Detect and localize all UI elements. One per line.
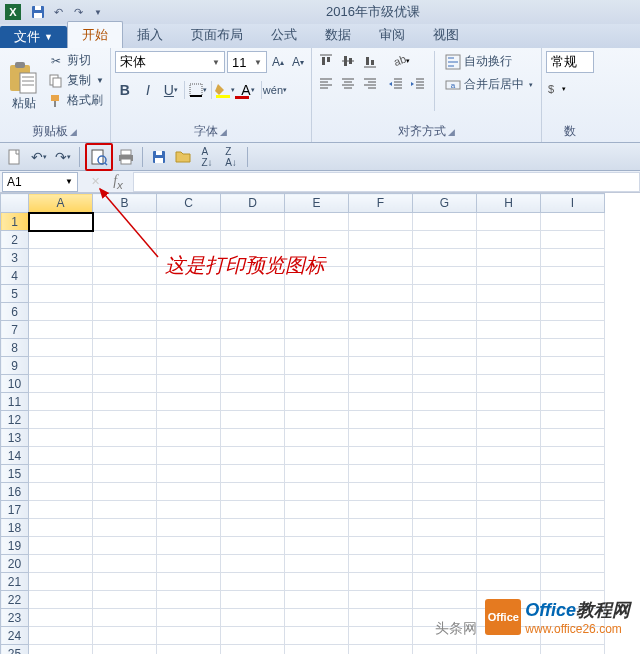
cell[interactable] bbox=[349, 519, 413, 537]
cell[interactable] bbox=[93, 555, 157, 573]
cell[interactable] bbox=[221, 519, 285, 537]
cell[interactable] bbox=[29, 285, 93, 303]
cell[interactable] bbox=[157, 537, 221, 555]
cell[interactable] bbox=[413, 645, 477, 655]
cell[interactable] bbox=[541, 213, 605, 231]
cell[interactable] bbox=[541, 339, 605, 357]
cell[interactable] bbox=[541, 357, 605, 375]
cell[interactable] bbox=[93, 645, 157, 655]
cell[interactable] bbox=[157, 285, 221, 303]
cell[interactable] bbox=[349, 285, 413, 303]
cell[interactable] bbox=[349, 501, 413, 519]
cell[interactable] bbox=[157, 429, 221, 447]
cell[interactable] bbox=[413, 411, 477, 429]
new-button[interactable] bbox=[4, 146, 26, 168]
cell-a1[interactable] bbox=[29, 213, 93, 231]
formula-input[interactable] bbox=[133, 172, 640, 192]
redo-icon[interactable]: ↷ bbox=[70, 4, 86, 20]
cell[interactable] bbox=[221, 411, 285, 429]
cell[interactable] bbox=[285, 519, 349, 537]
qat-dropdown-icon[interactable]: ▼ bbox=[90, 4, 106, 20]
row-header[interactable]: 5 bbox=[1, 285, 29, 303]
cell[interactable] bbox=[413, 249, 477, 267]
file-tab[interactable]: 文件 ▼ bbox=[0, 26, 67, 48]
cell[interactable] bbox=[541, 555, 605, 573]
cell[interactable] bbox=[477, 573, 541, 591]
align-left-button[interactable] bbox=[316, 74, 336, 94]
row-header[interactable]: 8 bbox=[1, 339, 29, 357]
cell[interactable] bbox=[285, 501, 349, 519]
paste-button[interactable]: 粘贴 bbox=[4, 51, 44, 122]
cell[interactable] bbox=[349, 447, 413, 465]
cell[interactable] bbox=[29, 645, 93, 655]
wrap-text-button[interactable]: 自动换行 bbox=[441, 51, 537, 72]
cell[interactable] bbox=[349, 645, 413, 655]
cell[interactable] bbox=[477, 375, 541, 393]
cell[interactable] bbox=[157, 231, 221, 249]
cell[interactable] bbox=[285, 465, 349, 483]
cell[interactable] bbox=[413, 555, 477, 573]
cell[interactable] bbox=[285, 645, 349, 655]
cell[interactable] bbox=[349, 591, 413, 609]
row-header[interactable]: 11 bbox=[1, 393, 29, 411]
cell[interactable] bbox=[541, 267, 605, 285]
cell[interactable] bbox=[221, 429, 285, 447]
decrease-indent-button[interactable] bbox=[386, 74, 406, 94]
fx-button[interactable]: fx bbox=[107, 173, 129, 191]
row-header[interactable]: 17 bbox=[1, 501, 29, 519]
cut-button[interactable]: ✂ 剪切 bbox=[46, 51, 106, 70]
cell[interactable] bbox=[477, 303, 541, 321]
cell[interactable] bbox=[477, 249, 541, 267]
row-header[interactable]: 15 bbox=[1, 465, 29, 483]
cell[interactable] bbox=[93, 609, 157, 627]
cell[interactable] bbox=[285, 393, 349, 411]
cell[interactable] bbox=[413, 267, 477, 285]
cell[interactable] bbox=[157, 357, 221, 375]
cell[interactable] bbox=[221, 285, 285, 303]
cell[interactable] bbox=[541, 537, 605, 555]
cell[interactable] bbox=[477, 231, 541, 249]
row-header[interactable]: 16 bbox=[1, 483, 29, 501]
cell[interactable] bbox=[29, 465, 93, 483]
cell[interactable] bbox=[413, 231, 477, 249]
cell[interactable] bbox=[221, 645, 285, 655]
row-header[interactable]: 4 bbox=[1, 267, 29, 285]
cell[interactable] bbox=[285, 447, 349, 465]
cell[interactable] bbox=[221, 303, 285, 321]
cell[interactable] bbox=[93, 231, 157, 249]
cell[interactable] bbox=[541, 465, 605, 483]
cell[interactable] bbox=[221, 591, 285, 609]
row-header[interactable]: 6 bbox=[1, 303, 29, 321]
cell[interactable] bbox=[541, 321, 605, 339]
col-header[interactable]: I bbox=[541, 194, 605, 213]
cell[interactable] bbox=[93, 627, 157, 645]
increase-font-button[interactable]: A▴ bbox=[269, 51, 287, 73]
orientation-button[interactable]: ab▾ bbox=[386, 51, 414, 71]
cell[interactable] bbox=[157, 321, 221, 339]
cell[interactable] bbox=[157, 627, 221, 645]
tab-view[interactable]: 视图 bbox=[419, 22, 473, 48]
cell[interactable] bbox=[93, 411, 157, 429]
cell[interactable] bbox=[93, 429, 157, 447]
row-header[interactable]: 21 bbox=[1, 573, 29, 591]
cell[interactable] bbox=[541, 393, 605, 411]
cell[interactable] bbox=[221, 627, 285, 645]
cell[interactable] bbox=[221, 375, 285, 393]
tab-formulas[interactable]: 公式 bbox=[257, 22, 311, 48]
cell[interactable] bbox=[285, 555, 349, 573]
redo-button[interactable]: ↷▾ bbox=[52, 146, 74, 168]
cell[interactable] bbox=[541, 303, 605, 321]
cell[interactable] bbox=[285, 483, 349, 501]
cell[interactable] bbox=[29, 321, 93, 339]
cell[interactable] bbox=[221, 501, 285, 519]
font-size-combo[interactable]: 11▼ bbox=[227, 51, 267, 73]
cell[interactable] bbox=[93, 267, 157, 285]
name-box[interactable]: A1 ▼ bbox=[2, 172, 78, 192]
cell[interactable] bbox=[157, 519, 221, 537]
cell[interactable] bbox=[349, 267, 413, 285]
cell[interactable] bbox=[93, 249, 157, 267]
cell[interactable] bbox=[93, 501, 157, 519]
cancel-formula-button[interactable]: ✕ bbox=[84, 173, 106, 191]
cell[interactable] bbox=[157, 447, 221, 465]
cell[interactable] bbox=[541, 573, 605, 591]
